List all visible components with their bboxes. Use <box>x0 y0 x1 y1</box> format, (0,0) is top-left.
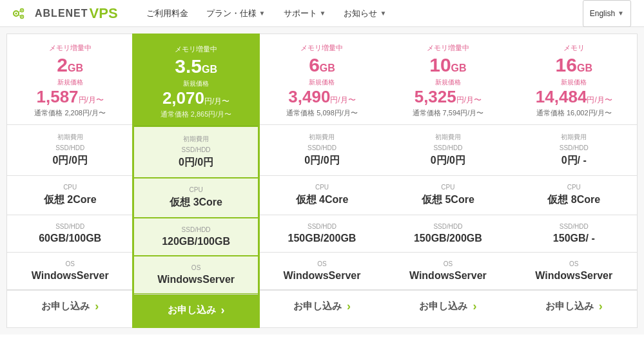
os-cell: OSWindowsServer <box>7 253 133 290</box>
nav-english[interactable]: English ▼ <box>583 0 631 27</box>
plan-header-2: メモリ増量中3.5 GB新規価格2,070円/月〜通常価格 2,865円/月〜 <box>134 35 257 126</box>
apply-label: お申し込み <box>41 300 90 313</box>
plan-col-5: メモリ16 GB新規価格14,484円/月〜通常価格 16,002円/月〜初期費… <box>511 34 637 327</box>
initial-storage-label: SSD/HDD <box>139 146 252 153</box>
plan-col-3: メモリ増量中6 GB新規価格3,490円/月〜通常価格 5,098円/月〜初期費… <box>259 34 385 327</box>
memory-badge: メモリ増量中 <box>14 43 126 53</box>
apply-button[interactable]: お申し込み› <box>385 290 511 322</box>
regular-price: 通常価格 5,098円/月〜 <box>266 108 378 118</box>
initial-fee-cell: 初期費用SSD/HDD0円/0円 <box>385 125 511 176</box>
initial-fee-value: 0円/ - <box>516 154 632 168</box>
chevron-down-icon: ▼ <box>259 10 266 17</box>
plan-col-1: メモリ増量中2 GB新規価格1,587円/月〜通常価格 2,208円/月〜初期費… <box>7 34 133 327</box>
new-price-label: 新規価格 <box>391 78 504 87</box>
initial-fee-value: 0円/0円 <box>139 156 252 169</box>
memory-size: 10 <box>429 54 451 75</box>
chevron-right-icon: › <box>347 300 351 313</box>
initial-storage-label: SSD/HDD <box>264 144 380 151</box>
initial-fee-cell: 初期費用SSD/HDD0円/0円 <box>7 125 133 176</box>
plan-header-5: メモリ16 GB新規価格14,484円/月〜通常価格 16,002円/月〜 <box>511 34 637 125</box>
memory-unit: GB <box>451 63 467 74</box>
logo[interactable]: ABLENET VPS <box>13 5 118 22</box>
new-price: 5,325 <box>415 87 456 107</box>
memory-unit: GB <box>320 63 335 74</box>
apply-label: お申し込み <box>168 304 216 316</box>
regular-price: 通常価格 2,865円/月〜 <box>141 110 251 119</box>
initial-fee-label: 初期費用 <box>390 133 505 142</box>
apply-button[interactable]: お申し込み› <box>511 290 637 322</box>
new-price: 2,070 <box>162 88 204 108</box>
regular-price: 通常価格 2,208円/月〜 <box>14 108 126 118</box>
cpu-label: CPU <box>390 184 505 191</box>
storage-label: SSD/HDD <box>264 223 380 230</box>
regular-price: 通常価格 16,002円/月〜 <box>518 108 630 118</box>
storage-label: SSD/HDD <box>516 223 632 230</box>
svg-point-1 <box>15 12 17 14</box>
logo-sub-text: VPS <box>90 5 118 22</box>
os-value: WindowsServer <box>516 270 632 282</box>
initial-storage-label: SSD/HDD <box>12 144 128 151</box>
new-price: 14,484 <box>536 87 587 107</box>
apply-button[interactable]: お申し込み› <box>7 290 133 322</box>
storage-cell: SSD/HDD60GB/100GB <box>7 215 133 253</box>
storage-value: 60GB/100GB <box>12 233 128 244</box>
storage-cell: SSD/HDD150GB/ - <box>511 215 637 253</box>
cpu-label: CPU <box>139 186 252 193</box>
os-label: OS <box>390 260 505 267</box>
storage-value: 150GB/ - <box>516 233 632 244</box>
initial-fee-label: 初期費用 <box>264 133 380 142</box>
apply-button[interactable]: お申し込み› <box>134 294 257 326</box>
cpu-value: 仮想 2Core <box>12 193 128 207</box>
memory-badge: メモリ <box>518 43 630 53</box>
plan-header-3: メモリ増量中6 GB新規価格3,490円/月〜通常価格 5,098円/月〜 <box>259 34 385 125</box>
plan-header-1: メモリ増量中2 GB新規価格1,587円/月〜通常価格 2,208円/月〜 <box>7 34 133 125</box>
memory-size: 16 <box>556 54 577 75</box>
initial-fee-value: 0円/0円 <box>12 154 128 168</box>
apply-label: お申し込み <box>293 300 342 313</box>
storage-cell: SSD/HDD120GB/100GB <box>134 218 257 256</box>
initial-fee-cell: 初期費用SSD/HDD0円/0円 <box>134 126 257 178</box>
svg-point-5 <box>21 16 23 17</box>
new-price-label: 新規価格 <box>266 78 378 87</box>
os-label: OS <box>516 260 632 267</box>
price-suffix: 円/月〜 <box>587 95 612 106</box>
initial-fee-label: 初期費用 <box>139 135 252 144</box>
os-label: OS <box>12 260 128 267</box>
plan-col-4: メモリ増量中10 GB新規価格5,325円/月〜通常価格 7,594円/月〜初期… <box>385 34 511 327</box>
nav-plans[interactable]: プラン・仕様 ▼ <box>197 0 275 27</box>
storage-cell: SSD/HDD150GB/200GB <box>385 215 511 253</box>
chevron-right-icon: › <box>95 300 99 313</box>
memory-badge: メモリ増量中 <box>266 43 378 53</box>
price-suffix: 円/月〜 <box>79 95 104 106</box>
initial-fee-label: 初期費用 <box>12 133 128 142</box>
nav-pricing[interactable]: ご利用料金 <box>137 0 197 27</box>
apply-label: お申し込み <box>419 300 467 313</box>
os-value: WindowsServer <box>12 270 128 282</box>
initial-fee-cell: 初期費用SSD/HDD0円/ - <box>511 125 637 176</box>
memory-size: 3.5 <box>175 55 202 77</box>
memory-badge: メモリ増量中 <box>391 43 504 53</box>
initial-fee-value: 0円/0円 <box>264 154 380 168</box>
logo-icon <box>13 7 31 20</box>
memory-size: 2 <box>57 54 68 75</box>
storage-label: SSD/HDD <box>390 223 505 230</box>
new-price-label: 新規価格 <box>518 78 630 87</box>
cpu-value: 仮想 8Core <box>516 193 632 207</box>
logo-main-text: ABLENET <box>35 8 88 19</box>
storage-label: SSD/HDD <box>12 223 128 230</box>
chevron-down-icon: ▼ <box>618 10 624 17</box>
cpu-value: 仮想 3Core <box>139 196 252 209</box>
apply-button[interactable]: お申し込み› <box>259 290 385 322</box>
nav-support[interactable]: サポート ▼ <box>275 0 335 27</box>
initial-fee-cell: 初期費用SSD/HDD0円/0円 <box>259 125 385 176</box>
plan-header-4: メモリ増量中10 GB新規価格5,325円/月〜通常価格 7,594円/月〜 <box>385 34 511 125</box>
new-price: 1,587 <box>36 87 78 107</box>
initial-storage-label: SSD/HDD <box>516 144 632 151</box>
os-value: WindowsServer <box>139 274 252 285</box>
svg-point-3 <box>21 10 23 11</box>
os-value: WindowsServer <box>390 270 505 282</box>
nav-news[interactable]: お知らせ ▼ <box>335 0 395 27</box>
cpu-cell: CPU仮想 3Core <box>134 178 257 218</box>
cpu-label: CPU <box>12 184 128 191</box>
plans-grid: メモリ増量中2 GB新規価格1,587円/月〜通常価格 2,208円/月〜初期費… <box>6 34 638 328</box>
